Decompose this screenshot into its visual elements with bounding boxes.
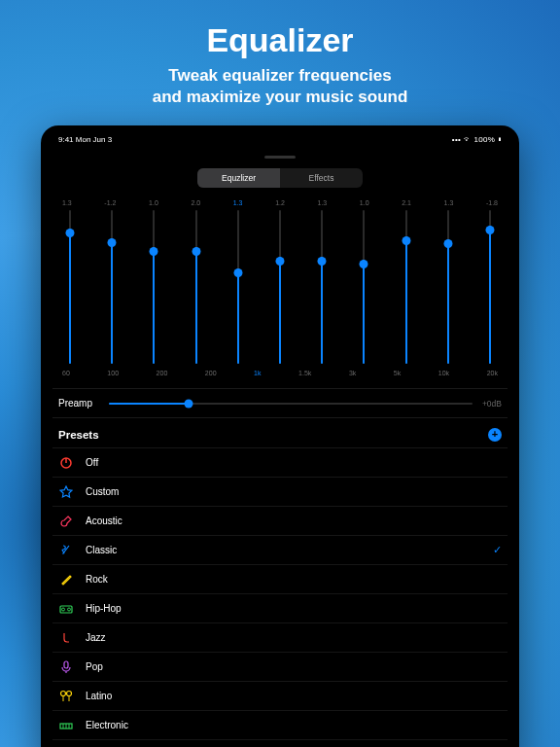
status-time: 9:41 Mon Jun 3	[58, 135, 112, 144]
guitar-icon	[58, 514, 74, 529]
tab-equalizer[interactable]: Equzlizer	[197, 168, 280, 188]
promo-title: Equalizer	[206, 21, 353, 59]
eq-value: 1.0	[149, 199, 158, 206]
eq-freq-label: 3k	[349, 370, 356, 376]
preset-name: Latino	[86, 691, 502, 701]
eq-slider[interactable]	[272, 210, 288, 364]
mic-icon	[58, 659, 74, 675]
equalizer-panel: 1.3-1.21.02.01.31.21.31.02.11.3-1.8 6010…	[52, 196, 508, 376]
eq-slider[interactable]	[356, 210, 371, 364]
eq-slider[interactable]	[399, 210, 414, 364]
preset-row[interactable]: Piano	[52, 739, 508, 747]
preset-row[interactable]: Jazz	[52, 622, 508, 652]
preset-row[interactable]: Acoustic	[52, 506, 508, 535]
preamp-slider[interactable]	[109, 403, 472, 405]
boombox-icon	[58, 601, 74, 617]
presets-list: OffCustomAcousticClassic✓RockHip-HopJazz…	[52, 447, 508, 747]
eq-freq-labels: 601002002001k1.5k3k5k10k20k	[58, 364, 502, 376]
eq-sliders	[58, 210, 502, 364]
eq-freq-label: 1k	[254, 370, 261, 376]
eq-slider[interactable]	[62, 210, 78, 364]
eq-freq-label: 1.5k	[298, 370, 311, 376]
eq-freq-label: 200	[205, 370, 217, 376]
power-icon	[58, 455, 74, 471]
preset-row[interactable]: Latino	[52, 681, 508, 710]
sheet-grabber[interactable]	[264, 156, 296, 159]
eq-freq-label: 200	[157, 370, 168, 376]
svg-point-3	[62, 608, 65, 611]
eguitar-icon	[58, 572, 74, 587]
svg-rect-5	[64, 661, 68, 668]
preset-row[interactable]: Hip-Hop	[52, 593, 508, 622]
violin-icon	[58, 543, 74, 558]
eq-value: 1.3	[317, 199, 327, 206]
eq-freq-label: 5k	[394, 370, 401, 376]
tab-effects[interactable]: Effects	[280, 168, 363, 188]
eq-slider[interactable]	[482, 210, 498, 364]
preset-name: Hip-Hop	[86, 603, 502, 614]
eq-value: -1.2	[104, 199, 116, 206]
svg-point-4	[68, 608, 71, 611]
eq-value-row: 1.3-1.21.02.01.31.21.31.02.11.3-1.8	[58, 199, 502, 210]
preset-row[interactable]: Rock	[52, 564, 508, 593]
synth-icon	[58, 718, 74, 733]
preset-row[interactable]: Off	[52, 447, 508, 477]
preset-name: Rock	[86, 574, 502, 585]
tab-segmented-control[interactable]: Equzlizer Effects	[197, 168, 363, 188]
preamp-label: Preamp	[58, 398, 109, 409]
eq-freq-label: 100	[107, 370, 119, 376]
preset-row[interactable]: Custom	[52, 477, 508, 506]
device-frame: 9:41 Mon Jun 3 ••• ᯤ 100% ▮ Equzlizer Ef…	[41, 125, 519, 747]
eq-value: 1.3	[233, 199, 243, 206]
maracas-icon	[58, 689, 74, 704]
eq-value: 2.0	[191, 199, 200, 206]
preset-name: Jazz	[86, 632, 502, 643]
preset-row[interactable]: Electronic	[52, 710, 508, 739]
sax-icon	[58, 630, 74, 646]
preset-name: Custom	[86, 486, 502, 497]
eq-value: 1.0	[360, 199, 369, 206]
eq-value: 1.2	[275, 199, 285, 206]
checkmark-icon: ✓	[493, 544, 502, 556]
preamp-value: +0dB	[482, 399, 502, 409]
preset-name: Acoustic	[86, 516, 502, 526]
preset-row[interactable]: Pop	[52, 652, 508, 681]
status-bar: 9:41 Mon Jun 3 ••• ᯤ 100% ▮	[52, 135, 508, 150]
eq-value: 2.1	[402, 199, 411, 206]
preset-name: Electronic	[86, 720, 502, 730]
eq-freq-label: 60	[62, 370, 70, 376]
preset-name: Pop	[86, 661, 502, 672]
wifi-icon: ᯤ	[464, 135, 472, 144]
preset-row[interactable]: Classic✓	[52, 535, 508, 564]
eq-value: 1.3	[444, 199, 454, 206]
status-battery: ••• ᯤ 100% ▮	[452, 135, 502, 144]
promo-subtitle: Tweak equalizer frequenciesand maximize …	[153, 65, 408, 108]
eq-slider[interactable]	[146, 210, 161, 364]
svg-point-6	[61, 691, 66, 695]
eq-slider[interactable]	[189, 210, 204, 364]
preset-name: Classic	[86, 545, 493, 555]
eq-slider[interactable]	[314, 210, 330, 364]
eq-slider[interactable]	[104, 210, 120, 364]
add-preset-button[interactable]: +	[488, 428, 502, 442]
eq-slider[interactable]	[230, 210, 246, 364]
eq-value: -1.8	[486, 199, 498, 206]
eq-value: 1.3	[62, 199, 72, 206]
eq-freq-label: 20k	[487, 370, 498, 376]
eq-freq-label: 10k	[438, 370, 449, 376]
svg-point-7	[67, 691, 72, 695]
presets-header: Presets +	[52, 418, 508, 447]
presets-title: Presets	[58, 429, 99, 441]
preamp-row: Preamp +0dB	[52, 388, 508, 418]
preset-name: Off	[86, 457, 502, 468]
eq-slider[interactable]	[440, 210, 456, 364]
star-icon	[58, 484, 74, 500]
